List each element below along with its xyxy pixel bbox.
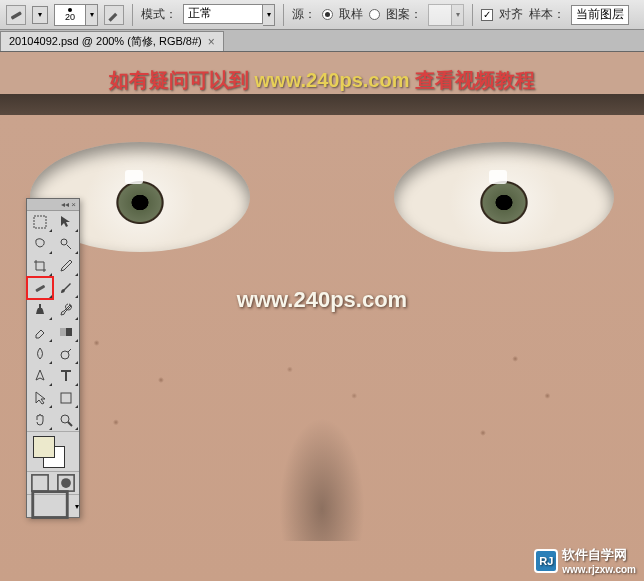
mode-dropdown-arrow[interactable]: ▾	[263, 4, 275, 26]
lasso-tool[interactable]	[27, 233, 53, 255]
source-pattern-label: 图案：	[386, 6, 422, 23]
svg-rect-4	[39, 304, 41, 308]
svg-rect-13	[33, 492, 68, 518]
screen-mode-icon[interactable]: ▾	[27, 495, 79, 517]
svg-rect-0	[11, 11, 22, 20]
aligned-checkbox[interactable]: ✓	[481, 9, 493, 21]
close-icon[interactable]: ×	[71, 200, 76, 209]
document-tab-bar: 20104092.psd @ 200% (简修, RGB/8#) ×	[0, 30, 644, 52]
divider	[283, 4, 284, 26]
watermark-text2: www.rjzxw.com	[562, 564, 636, 575]
sample-value: 当前图层	[576, 6, 624, 23]
watermark: RJ 软件自学网 www.rjzxw.com	[534, 546, 636, 575]
source-pattern-radio[interactable]	[369, 9, 380, 20]
tool-preset-dropdown[interactable]: ▾	[32, 6, 48, 24]
foreground-color-swatch[interactable]	[33, 436, 55, 458]
svg-point-7	[61, 351, 69, 359]
watermark-text1: 软件自学网	[562, 546, 636, 564]
options-bar: ▾ 20 ▾ 模式： 正常 ▾ 源： 取样 图案： ▾ ✓ 对齐 样本： 当前图…	[0, 0, 644, 30]
svg-rect-8	[61, 393, 71, 403]
mode-label: 模式：	[141, 6, 177, 23]
mode-select[interactable]: 正常	[183, 4, 263, 24]
source-sampled-radio[interactable]	[322, 9, 333, 20]
pattern-dropdown: ▾	[452, 4, 464, 26]
brush-size-value: 20	[65, 12, 75, 22]
close-icon[interactable]: ×	[208, 35, 215, 49]
mode-value: 正常	[188, 5, 212, 22]
eyedropper-tool[interactable]	[53, 255, 79, 277]
document-tab[interactable]: 20104092.psd @ 200% (简修, RGB/8#) ×	[0, 31, 224, 51]
tools-panel: ◂◂ × ▾	[26, 198, 80, 518]
gradient-tool[interactable]	[53, 321, 79, 343]
watermark-logo-icon: RJ	[534, 549, 558, 573]
freckles-graphic	[0, 52, 644, 581]
brush-preview[interactable]: 20	[54, 4, 86, 26]
overlay-url: www.240ps.com	[255, 69, 410, 91]
tab-title: 20104092.psd @ 200% (简修, RGB/8#)	[9, 34, 202, 49]
svg-rect-1	[34, 216, 46, 228]
svg-rect-6	[60, 328, 66, 336]
move-tool[interactable]	[53, 211, 79, 233]
pattern-preview	[428, 4, 452, 26]
overlay-center-url: www.240ps.com	[0, 287, 644, 313]
chevron-down-icon: ▾	[75, 502, 79, 511]
hand-tool[interactable]	[27, 409, 53, 431]
svg-rect-3	[35, 285, 45, 293]
healing-brush-tool[interactable]	[27, 277, 53, 299]
svg-point-9	[61, 415, 69, 423]
overlay-instruction: 如有疑问可以到 www.240ps.com 查看视频教程	[0, 67, 644, 94]
source-label: 源：	[292, 6, 316, 23]
type-tool[interactable]	[53, 365, 79, 387]
pen-tool[interactable]	[27, 365, 53, 387]
brush-tool[interactable]	[53, 277, 79, 299]
quick-select-tool[interactable]	[53, 233, 79, 255]
sample-label: 样本：	[529, 6, 565, 23]
brush-dropdown[interactable]: ▾	[86, 4, 98, 26]
divider	[472, 4, 473, 26]
sample-select[interactable]: 当前图层	[571, 5, 629, 25]
svg-point-2	[61, 239, 67, 245]
tools-panel-header[interactable]: ◂◂ ×	[27, 199, 79, 211]
current-tool-icon[interactable]	[6, 5, 26, 25]
overlay-part1: 如有疑问可以到	[109, 69, 249, 91]
document-image: 如有疑问可以到 www.240ps.com 查看视频教程 www.240ps.c…	[0, 52, 644, 581]
color-swatch-area	[27, 431, 79, 471]
source-sampled-label: 取样	[339, 6, 363, 23]
marquee-tool[interactable]	[27, 211, 53, 233]
crop-tool[interactable]	[27, 255, 53, 277]
brush-panel-toggle[interactable]	[104, 5, 124, 25]
clone-stamp-tool[interactable]	[27, 299, 53, 321]
path-select-tool[interactable]	[27, 387, 53, 409]
overlay-part2: 查看视频教程	[415, 69, 535, 91]
aligned-label: 对齐	[499, 6, 523, 23]
dodge-tool[interactable]	[53, 343, 79, 365]
history-brush-tool[interactable]	[53, 299, 79, 321]
collapse-icon[interactable]: ◂◂	[61, 200, 69, 209]
zoom-tool[interactable]	[53, 409, 79, 431]
shape-tool[interactable]	[53, 387, 79, 409]
canvas-area[interactable]: 如有疑问可以到 www.240ps.com 查看视频教程 www.240ps.c…	[0, 52, 644, 581]
eraser-tool[interactable]	[27, 321, 53, 343]
divider	[132, 4, 133, 26]
blur-tool[interactable]	[27, 343, 53, 365]
